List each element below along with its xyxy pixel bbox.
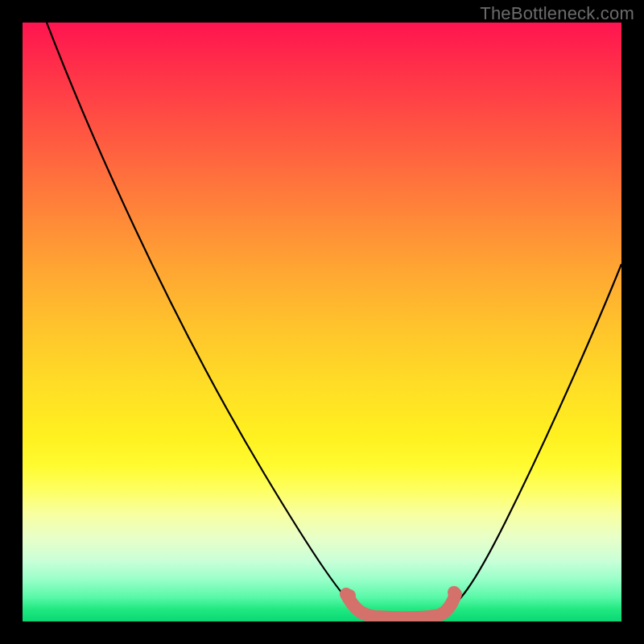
bottleneck-curve bbox=[47, 23, 621, 617]
optimal-marker-dot-right bbox=[448, 586, 460, 599]
watermark-text: TheBottleneck.com bbox=[480, 3, 634, 24]
bottleneck-chart-svg bbox=[23, 23, 621, 621]
chart-plot-area bbox=[23, 23, 621, 621]
optimal-marker-dot-left bbox=[343, 589, 356, 602]
chart-frame: TheBottleneck.com bbox=[0, 0, 644, 644]
optimal-band-marker bbox=[346, 594, 456, 617]
